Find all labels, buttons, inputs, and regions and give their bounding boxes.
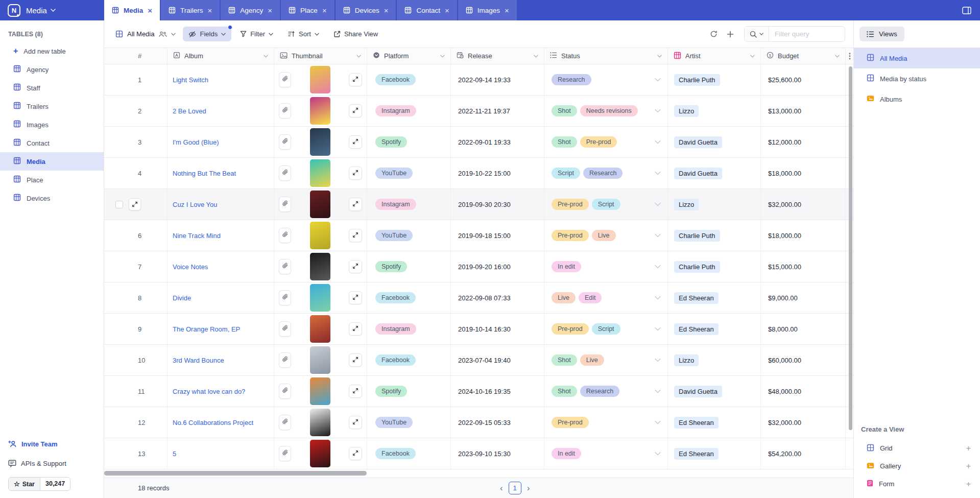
artist-chip[interactable]: Charlie Puth [674, 230, 720, 242]
sidebar-item-images[interactable]: Images [0, 115, 104, 134]
album-thumbnail[interactable] [310, 97, 330, 125]
attachment-button[interactable] [279, 352, 291, 368]
status-badge[interactable]: In edit [552, 261, 581, 272]
status-badge[interactable]: Pre-prod [580, 136, 617, 148]
artist-chip[interactable]: Charlie Puth [674, 261, 720, 273]
album-thumbnail[interactable] [310, 409, 330, 436]
sidebar-item-trailers[interactable]: Trailers [0, 97, 104, 115]
expand-attachment-button[interactable] [349, 353, 362, 367]
tab-place[interactable]: Place × [281, 0, 334, 20]
status-badge[interactable]: Script [592, 199, 620, 210]
tab-devices[interactable]: Devices × [336, 0, 396, 20]
platform-badge[interactable]: Facebook [375, 74, 416, 85]
chevron-down-icon[interactable] [655, 234, 661, 238]
album-thumbnail[interactable] [310, 315, 330, 343]
column-header-thumbnail[interactable]: Thumbnail [274, 48, 367, 64]
artist-chip[interactable]: Charlie Puth [674, 74, 720, 86]
column-header-release[interactable]: Release [451, 48, 544, 64]
prev-page-button[interactable]: ‹ [498, 483, 505, 493]
chevron-down-icon[interactable] [655, 390, 661, 393]
column-header-platform[interactable]: Platform [367, 48, 451, 64]
expand-attachment-button[interactable] [349, 135, 362, 149]
status-badge[interactable]: Shot [552, 105, 577, 116]
album-link[interactable]: Nothing But The Beat [173, 170, 236, 177]
close-icon[interactable]: × [384, 7, 389, 14]
platform-badge[interactable]: Facebook [375, 292, 416, 303]
status-cell[interactable]: Pre-prodScript [544, 314, 668, 344]
artist-chip[interactable]: Lizzo [674, 199, 699, 210]
view-item-all-media[interactable]: All Media [854, 48, 980, 68]
expand-attachment-button[interactable] [349, 447, 362, 460]
column-header-budget[interactable]: $ Budget [761, 48, 846, 64]
album-link[interactable]: No.6 Collaborations Project [173, 419, 253, 426]
chevron-down-icon[interactable] [655, 359, 661, 362]
share-view-button[interactable]: Share View [328, 27, 384, 41]
add-new-table-button[interactable]: + Add new table [0, 42, 104, 60]
platform-badge[interactable]: Spotify [375, 261, 407, 272]
expand-attachment-button[interactable] [349, 260, 362, 273]
status-badge[interactable]: Shot [552, 386, 577, 397]
album-link[interactable]: Cuz I Love You [173, 201, 217, 208]
status-cell[interactable]: ShotPre-prod [544, 127, 668, 157]
status-cell[interactable]: Pre-prodLive [544, 220, 668, 251]
view-item-media-by-status[interactable]: Media by status [854, 68, 980, 89]
attachment-button[interactable] [279, 290, 291, 305]
platform-badge[interactable]: Instagram [375, 105, 416, 116]
platform-badge[interactable]: Spotify [375, 386, 407, 397]
view-item-albums[interactable]: Albums [854, 89, 980, 109]
attachment-button[interactable] [279, 134, 291, 150]
album-link[interactable]: 3rd Ward Bounce [173, 357, 224, 364]
github-star-button[interactable]: ☆Star 30,247 [8, 477, 70, 491]
album-link[interactable]: Crazy what love can do? [173, 388, 245, 395]
status-badge[interactable]: Pre-prod [552, 230, 589, 241]
current-page-button[interactable]: 1 [509, 482, 521, 494]
album-thumbnail[interactable] [310, 159, 330, 187]
status-badge[interactable]: Research [583, 168, 623, 179]
search-scope-button[interactable] [745, 27, 769, 41]
tab-media[interactable]: Media × [104, 0, 160, 20]
chevron-down-icon[interactable] [264, 55, 268, 58]
album-link[interactable]: Nine Track Mind [173, 232, 221, 240]
expand-record-button[interactable] [129, 198, 141, 210]
chevron-down-icon[interactable] [534, 55, 538, 58]
attachment-button[interactable] [279, 72, 291, 87]
expand-attachment-button[interactable] [349, 291, 362, 304]
sort-button[interactable]: Sort [282, 27, 325, 41]
status-badge[interactable]: Live [552, 292, 576, 303]
create-grid-button[interactable]: Grid + [854, 439, 980, 457]
status-badge[interactable]: Script [592, 323, 620, 335]
album-thumbnail[interactable] [310, 440, 330, 467]
create-form-button[interactable]: Form + [854, 475, 980, 493]
album-thumbnail[interactable] [310, 377, 330, 405]
status-badge[interactable]: Live [592, 230, 616, 241]
tab-images[interactable]: Images × [458, 0, 517, 20]
expand-attachment-button[interactable] [349, 229, 362, 242]
album-link[interactable]: 5 [173, 450, 176, 458]
sidebar-item-media[interactable]: Media [0, 152, 104, 171]
chevron-down-icon[interactable] [750, 55, 755, 58]
expand-attachment-button[interactable] [349, 73, 362, 86]
platform-badge[interactable]: Instagram [375, 323, 416, 335]
sidebar-item-agency[interactable]: Agency [0, 60, 104, 79]
platform-badge[interactable]: YouTube [375, 417, 413, 428]
status-cell[interactable]: ShotLive [544, 345, 668, 375]
expand-attachment-button[interactable] [349, 167, 362, 180]
sidebar-item-contact[interactable]: Contact [0, 134, 104, 152]
status-badge[interactable]: Pre-prod [552, 199, 589, 210]
platform-badge[interactable]: Instagram [375, 199, 416, 210]
platform-badge[interactable]: YouTube [375, 230, 413, 241]
status-cell[interactable]: LiveEdit [544, 282, 668, 313]
album-thumbnail[interactable] [310, 284, 330, 312]
close-icon[interactable]: × [445, 7, 449, 14]
album-thumbnail[interactable] [310, 346, 330, 374]
album-thumbnail[interactable] [310, 253, 330, 280]
column-header-album[interactable]: Album [168, 48, 274, 64]
artist-chip[interactable]: Ed Sheeran [674, 417, 719, 429]
chevron-down-icon[interactable] [655, 203, 661, 206]
views-toggle-button[interactable]: Views [859, 27, 904, 41]
status-cell[interactable]: In edit [544, 251, 668, 282]
create-gallery-button[interactable]: Gallery + [854, 457, 980, 475]
platform-badge[interactable]: Spotify [375, 136, 407, 148]
attachment-button[interactable] [279, 259, 291, 274]
apis-support-button[interactable]: APIs & Support [8, 454, 95, 473]
